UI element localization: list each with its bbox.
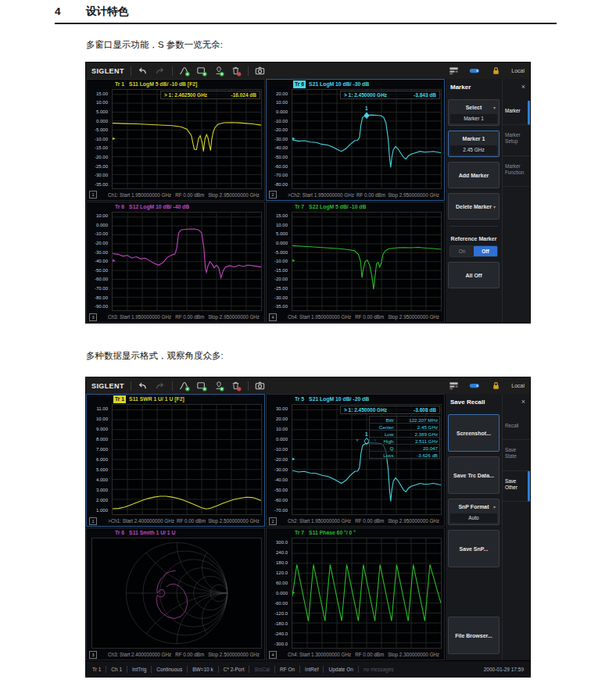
undo-icon[interactable] <box>138 381 149 392</box>
channel-stop: Stop 2.950000000 GHz <box>208 314 260 320</box>
redo-icon[interactable] <box>155 381 166 392</box>
trace-title[interactable]: Tr 5S21 LogM 10 dB/ -20 dB <box>293 395 369 403</box>
trace-number: Tr 6 <box>113 529 126 537</box>
undo-icon[interactable] <box>138 66 149 77</box>
delete-icon[interactable] <box>231 66 242 77</box>
y-axis-tick: -10.00 <box>95 231 108 236</box>
y-axis-tick: -120.0 <box>274 611 288 616</box>
rf-power: RF 0.00 dBm <box>355 652 384 657</box>
tab-save-other[interactable]: Save Other <box>503 471 530 502</box>
add-limit-icon[interactable] <box>213 66 224 77</box>
trace-title[interactable]: Tr 1S11 LogM 5 dB/ -10 dB [F2] <box>113 80 197 88</box>
window-number: 2 <box>269 517 277 525</box>
tab-marker-setup[interactable]: Marker Setup <box>503 125 530 156</box>
snp-format-button[interactable]: SnP Format▾ Auto <box>448 499 500 525</box>
camera-icon[interactable] <box>255 381 266 392</box>
channel-start: Ch4: Start 1.950000000 GHz <box>288 314 351 320</box>
panel-tabs: Recall Save State Save Other <box>502 394 530 660</box>
lock-icon[interactable] <box>490 66 501 77</box>
file-browser-button[interactable]: File Browser... <box>448 617 500 654</box>
delete-icon[interactable] <box>231 381 242 392</box>
status-separator <box>274 666 275 673</box>
status-item: IntTrig <box>132 667 146 672</box>
y-axis-tick: 7.000 <box>96 447 108 452</box>
redo-icon[interactable] <box>155 66 166 77</box>
layout-icon[interactable] <box>448 381 459 392</box>
usb-icon[interactable] <box>469 381 480 392</box>
toolbar-separator <box>172 381 173 391</box>
window-number: 4 <box>269 313 277 321</box>
trace-title[interactable]: Tr 7S11 Phase 60 °/ 0 ° <box>293 529 356 537</box>
lock-icon[interactable] <box>490 381 501 392</box>
trace-window-2[interactable]: Tr 6S21 LogM 10 dB/ -30 dB20.0010.000.00… <box>266 79 445 201</box>
y-axis-tick: 2.000 <box>96 498 108 502</box>
marker1-button[interactable]: Marker 1 2.45 GHz <box>448 131 500 157</box>
trace-title[interactable]: Tr 6S11 Smith 1 U/ 1 U <box>113 529 175 537</box>
siglent-logo: SIGLENT <box>91 382 124 390</box>
camera-icon[interactable] <box>255 66 266 77</box>
channel-stop: Stop 2.950000000 GHz <box>388 314 439 320</box>
y-axis-tick: -15.00 <box>274 268 288 273</box>
usb-icon[interactable] <box>469 66 480 77</box>
channel-footer: 1>Ch1: Start 2.400000000 GHzRF 0.00 dBmS… <box>87 516 264 526</box>
rf-power: RF 0.00 dBm <box>355 518 384 524</box>
tab-marker-function[interactable]: Marker Function <box>503 156 530 187</box>
y-axis-tick: 3.000 <box>96 488 108 492</box>
channel-footer: 4Ch4: Start 1.300000000 GHzRF 0.00 dBmSt… <box>267 649 444 660</box>
tab-save-state[interactable]: Save State <box>503 440 530 470</box>
page-heading: 4设计特色 <box>55 5 557 24</box>
add-window-icon[interactable] <box>196 381 207 392</box>
y-axis-tick: 60.00 <box>276 581 288 585</box>
channel-footer: 1Ch1: Start 1.950000000 GHzRF 0.00 dBmSt… <box>87 190 264 200</box>
rf-power: RF 0.00 dBm <box>175 314 204 320</box>
tab-marker[interactable]: Marker <box>503 101 530 125</box>
select-marker-button[interactable]: Select▾ Marker 1 <box>448 99 500 126</box>
window-number: 3 <box>89 313 97 321</box>
trace-title[interactable]: Tr 6S21 LogM 10 dB/ -30 dB <box>293 80 369 88</box>
close-icon[interactable]: × <box>521 398 525 406</box>
save-snp-button[interactable]: Save SnP... <box>448 530 500 567</box>
trace-window-1[interactable]: Tr 1S11 SWR 1 U/ 1 U [F2]11.0010.009.000… <box>86 394 265 527</box>
app-toolbar: SIGLENT Local <box>86 377 530 394</box>
add-marker-icon[interactable] <box>179 66 190 77</box>
channel-stop: Stop 2.950000000 GHz <box>208 192 260 198</box>
y-axis-tick: -180.0 <box>274 621 288 626</box>
trace-window-2[interactable]: Tr 5S21 LogM 10 dB/ -20 dB30.0020.0010.0… <box>266 394 445 527</box>
screenshot-button[interactable]: Screenshot... <box>448 414 500 452</box>
add-marker-icon[interactable] <box>179 381 190 392</box>
channel-start: Ch1: Start 1.950000000 GHz <box>108 192 171 198</box>
y-axis-tick: -15.00 <box>95 145 108 150</box>
y-axis-tick: 10.00 <box>96 213 108 218</box>
y-axis-tick: -20.00 <box>274 277 288 281</box>
trace-format: S22 LogM 5 dB/ -10 dB <box>309 203 366 211</box>
tab-recall[interactable]: Recall <box>503 416 530 440</box>
save-trc-data-button[interactable]: Save Trc Data... <box>448 456 500 494</box>
add-window-icon[interactable] <box>196 66 207 77</box>
chevron-down-icon: ▾ <box>493 204 496 209</box>
reference-marker-off[interactable]: Off <box>474 246 497 256</box>
trace-title[interactable]: Tr 6S12 LogM 10 dB/ -40 dB <box>113 203 189 211</box>
close-icon[interactable]: × <box>521 83 525 91</box>
channel-start: Ch4: Start 1.300000000 GHz <box>288 652 351 657</box>
y-axis-tick: 240.0 <box>276 550 288 555</box>
rf-power: RF 0.00 dBm <box>355 314 384 320</box>
y-axis-tick: -10.00 <box>95 137 108 141</box>
add-limit-icon[interactable] <box>213 381 224 392</box>
trace-window-3[interactable]: Tr 6S11 Smith 1 U/ 1 U3Ch3: Start 2.4000… <box>86 527 265 660</box>
trace-title[interactable]: Tr 1S11 SWR 1 U/ 1 U [F2] <box>113 395 184 403</box>
trace-window-1[interactable]: Tr 1S11 LogM 5 dB/ -10 dB [F2]15.0010.00… <box>86 79 265 201</box>
toolbar-separator <box>172 66 173 76</box>
marker-readout: > 1: 2.450000 GHz-3.843 dB <box>340 91 440 99</box>
trace-window-4[interactable]: Tr 7S11 Phase 60 °/ 0 °300.0240.0180.012… <box>266 527 445 660</box>
trace-window-4[interactable]: Tr 7S22 LogM 5 dB/ -10 dB15.0010.005.000… <box>266 202 445 324</box>
trace-plot: ►> 1: 2.462500 GHz-16.024 dB <box>112 89 262 189</box>
all-off-button[interactable]: All Off <box>448 262 500 288</box>
trace-window-3[interactable]: Tr 6S12 LogM 10 dB/ -40 dB10.000.000-10.… <box>86 202 265 324</box>
trace-title[interactable]: Tr 7S22 LogM 5 dB/ -10 dB <box>293 203 366 211</box>
layout-icon[interactable] <box>448 66 459 77</box>
delete-marker-button[interactable]: Delete Marker▾ <box>448 193 500 220</box>
reference-marker-on[interactable]: On <box>450 246 474 256</box>
y-axis-tick: 10.00 <box>96 100 108 105</box>
add-marker-button[interactable]: Add Marker <box>448 162 500 188</box>
trace-plot <box>112 404 262 515</box>
